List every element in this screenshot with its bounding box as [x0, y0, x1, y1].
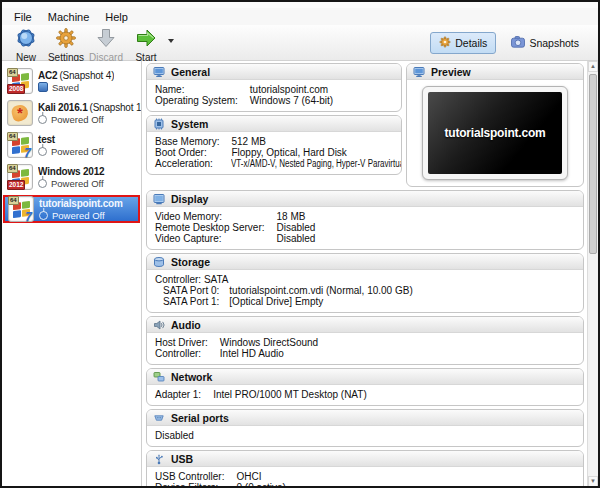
disk-icon	[153, 256, 165, 268]
chip-icon	[153, 118, 165, 130]
section-serial-ports: Serial ports Disabled	[146, 409, 584, 447]
power-off-icon	[39, 211, 48, 220]
windows-2012-os-icon: 64 2012	[7, 164, 33, 190]
details-view-button[interactable]: Details	[430, 32, 496, 54]
snapshots-view-button[interactable]: Snapshots	[502, 32, 588, 54]
network-icon	[153, 371, 165, 383]
section-preview: Preview tutorialspoint.com	[406, 63, 584, 187]
section-general: General Name:tutorialspoint.com Operatin…	[146, 63, 402, 112]
power-off-icon	[38, 147, 47, 156]
windows-7-os-icon: 64 7	[7, 132, 33, 158]
vm-preview-screen: tutorialspoint.com	[428, 92, 562, 174]
settings-button[interactable]: Settings	[46, 26, 86, 63]
storage-header[interactable]: Storage	[147, 254, 583, 270]
audio-header[interactable]: Audio	[147, 317, 583, 333]
monitor-icon	[413, 66, 425, 78]
details-pane: General Name:tutorialspoint.com Operatin…	[142, 61, 587, 487]
vm-item-kali[interactable]: Kali 2016.1(Snapshot 1) Powered Off	[2, 99, 141, 127]
usb-plug-icon	[153, 453, 165, 465]
serial-ports-header[interactable]: Serial ports	[147, 410, 583, 426]
discard-button[interactable]: Discard	[86, 26, 126, 63]
vm-name: test	[38, 134, 104, 145]
serial-connector-icon	[153, 412, 165, 424]
network-header[interactable]: Network	[147, 369, 583, 385]
snapshots-label: Snapshots	[529, 37, 579, 49]
new-button[interactable]: New	[6, 26, 46, 63]
display-header[interactable]: Display	[147, 191, 583, 207]
section-storage: Storage Controller: SATA SATA Port 0:tut…	[146, 253, 584, 313]
view-switch: Details Snapshots	[430, 26, 592, 54]
menu-file[interactable]: File	[6, 10, 40, 24]
section-system: System Base Memory:512 MB Boot Order:Flo…	[146, 115, 402, 175]
details-label: Details	[455, 37, 487, 49]
toolbar: New Settings	[2, 25, 598, 61]
vm-name: tutorialspoint.com	[39, 198, 125, 209]
vm-item-windows-2012[interactable]: 64 2012 Windows 2012 Powered Off	[2, 163, 141, 191]
snapshots-camera-icon	[511, 36, 525, 50]
start-arrow-icon	[135, 27, 157, 53]
start-dropdown-arrow[interactable]	[168, 39, 174, 43]
vm-status: Powered Off	[38, 114, 141, 125]
serial-ports-value: Disabled	[155, 430, 575, 441]
section-network: Network Adapter 1:Intel PRO/1000 MT Desk…	[146, 368, 584, 406]
vm-preview-monitor: tutorialspoint.com	[422, 86, 568, 180]
vm-list-sidebar: 64 2008 AC2(Snapshot 4) Saved Kali 2016.…	[2, 61, 142, 487]
system-header[interactable]: System	[147, 116, 401, 132]
scroll-down-arrow[interactable]: ▼	[588, 476, 598, 487]
scroll-up-arrow[interactable]: ▲	[588, 61, 598, 72]
speaker-icon	[153, 319, 165, 331]
power-off-icon	[38, 115, 47, 124]
main-area: 64 2008 AC2(Snapshot 4) Saved Kali 2016.…	[2, 61, 598, 487]
discard-down-arrow-icon	[95, 27, 117, 53]
section-audio: Audio Host Driver:Windows DirectSound Co…	[146, 316, 584, 365]
menu-machine[interactable]: Machine	[40, 10, 98, 24]
vm-status: Powered Off	[39, 210, 125, 221]
display-icon	[153, 193, 165, 205]
windows-7-os-icon: 64 7	[8, 196, 34, 222]
section-usb: USB USB Controller:OHCI Device Filters:0…	[146, 450, 584, 487]
menu-bar: File Machine Help	[2, 8, 598, 25]
vm-item-tutorialspoint-selected[interactable]: 64 7 tutorialspoint.com Powered Off	[3, 195, 140, 223]
vm-name: Windows 2012	[38, 166, 106, 177]
vm-name: AC2(Snapshot 4)	[38, 70, 114, 81]
windows-2008-os-icon: 64 2008	[7, 68, 33, 94]
virtualbox-manager-window: File Machine Help New	[0, 0, 600, 488]
asterisk-icon	[8, 101, 32, 125]
scrollbar-track[interactable]	[588, 72, 598, 476]
monitor-icon	[153, 66, 165, 78]
general-header[interactable]: General	[147, 64, 401, 80]
vm-status: Powered Off	[38, 178, 106, 189]
settings-gear-icon	[55, 27, 77, 53]
usb-header[interactable]: USB	[147, 451, 583, 467]
vm-status: Saved	[38, 82, 114, 93]
vm-status: Powered Off	[38, 146, 104, 157]
details-scrollbar[interactable]: ▲ ▼	[587, 61, 598, 487]
vm-item-ac2[interactable]: 64 2008 AC2(Snapshot 4) Saved	[2, 67, 141, 95]
storage-controller-line: Controller: SATA	[155, 274, 575, 285]
scrollbar-thumb[interactable]	[589, 74, 597, 254]
vm-item-test[interactable]: 64 7 test Powered Off	[2, 131, 141, 159]
vm-name: Kali 2016.1(Snapshot 1)	[38, 102, 141, 113]
start-button[interactable]: Start	[126, 26, 166, 63]
details-gear-icon	[439, 36, 451, 50]
preview-header[interactable]: Preview	[407, 64, 583, 80]
new-icon	[15, 27, 37, 53]
kali-os-icon	[7, 100, 33, 126]
power-off-icon	[38, 179, 47, 188]
menu-help[interactable]: Help	[97, 10, 136, 24]
saved-state-icon	[38, 82, 48, 92]
section-display: Display Video Memory:18 MB Remote Deskto…	[146, 190, 584, 250]
